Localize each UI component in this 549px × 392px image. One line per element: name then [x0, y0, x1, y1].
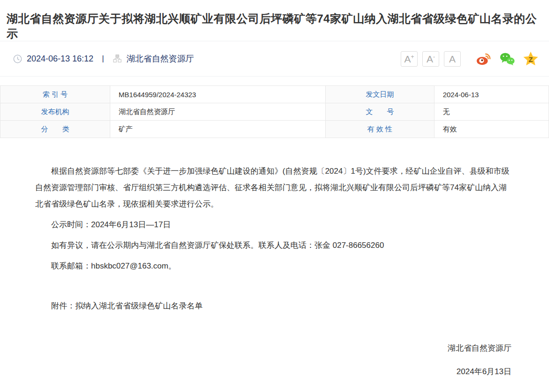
announcement-page: 湖北省自然资源厅关于拟将湖北兴顺矿业有限公司后坪磷矿等74家矿山纳入湖北省省级绿…: [0, 0, 549, 392]
article-body: 根据自然资源部等七部委《关于进一步加强绿色矿山建设的通知》(自然资规〔2024〕…: [0, 138, 549, 380]
issue-date-value: 2024-06-13: [434, 86, 549, 103]
doc-number-label: 文 号: [326, 103, 434, 121]
wechat-icon[interactable]: [499, 51, 515, 66]
meta-right: A+ A- A: [401, 51, 539, 67]
table-row: 索 引 号 MB1644959/2024-24323 发文日期 2024-06-…: [0, 86, 549, 103]
paragraph-main: 根据自然资源部等七部委《关于进一步加强绿色矿山建设的通知》(自然资规〔2024〕…: [35, 163, 514, 212]
svg-text:Z: Z: [528, 55, 533, 63]
font-increase-button[interactable]: A+: [401, 51, 418, 67]
meta-separator: |: [102, 54, 104, 63]
publish-datetime: 2024-06-13 16:12: [27, 54, 93, 64]
paragraph-public-period: 公示时间：2024年6月13日—17日: [35, 216, 514, 233]
font-decrease-button[interactable]: A-: [422, 51, 439, 67]
source-link[interactable]: 湖北省自然资源厅: [127, 53, 194, 64]
table-row: 发布机构 湖北省自然资源厅 文 号 无: [0, 103, 549, 121]
category-label: 分 类: [0, 121, 110, 138]
org-sitemap-icon: [113, 54, 122, 63]
publisher-label: 发布机构: [0, 103, 110, 121]
doc-number-value: 无: [434, 103, 549, 121]
page-title: 湖北省自然资源厅关于拟将湖北兴顺矿业有限公司后坪磷矿等74家矿山纳入湖北省省级绿…: [7, 11, 542, 42]
index-number-label: 索 引 号: [0, 86, 110, 103]
validity-label: 有 效 性: [326, 121, 434, 138]
validity-value: 有效: [434, 121, 549, 138]
meta-left: 2024-06-13 16:12 | 湖北省自然资源厅: [13, 53, 194, 64]
index-number-value: MB1644959/2024-24323: [110, 86, 325, 103]
clock-icon: [13, 54, 22, 63]
signature-date: 2024年6月13日: [35, 363, 511, 380]
signature-org: 湖北省自然资源厅: [35, 340, 511, 356]
issue-date-label: 发文日期: [326, 86, 434, 103]
table-row: 分 类 矿产 有 效 性 有效: [0, 121, 549, 138]
publisher-value: 湖北省自然资源厅: [110, 103, 325, 121]
title-bar: 湖北省自然资源厅关于拟将湖北兴顺矿业有限公司后坪磷矿等74家矿山纳入湖北省省级绿…: [0, 0, 549, 41]
document-info-table: 索 引 号 MB1644959/2024-24323 发文日期 2024-06-…: [0, 85, 549, 138]
share-group: Z: [476, 51, 539, 66]
qzone-icon[interactable]: Z: [523, 51, 539, 66]
weibo-icon[interactable]: [476, 51, 492, 66]
paragraph-contact: 如有异议，请在公示期内与湖北省自然资源厅矿保处联系。联系人及电话：张金 027-…: [35, 237, 514, 254]
font-reset-button[interactable]: A: [444, 51, 461, 67]
meta-row: 2024-06-13 16:12 | 湖北省自然资源厅 A+ A- A: [0, 41, 549, 77]
category-value: 矿产: [110, 121, 325, 138]
signature-block: 湖北省自然资源厅 2024年6月13日: [35, 340, 514, 380]
paragraph-email: 联系邮箱：hbskbc027@163.com。: [35, 258, 514, 274]
attachment-line: 附件：拟纳入湖北省省级绿色矿山名录名单: [35, 298, 514, 314]
